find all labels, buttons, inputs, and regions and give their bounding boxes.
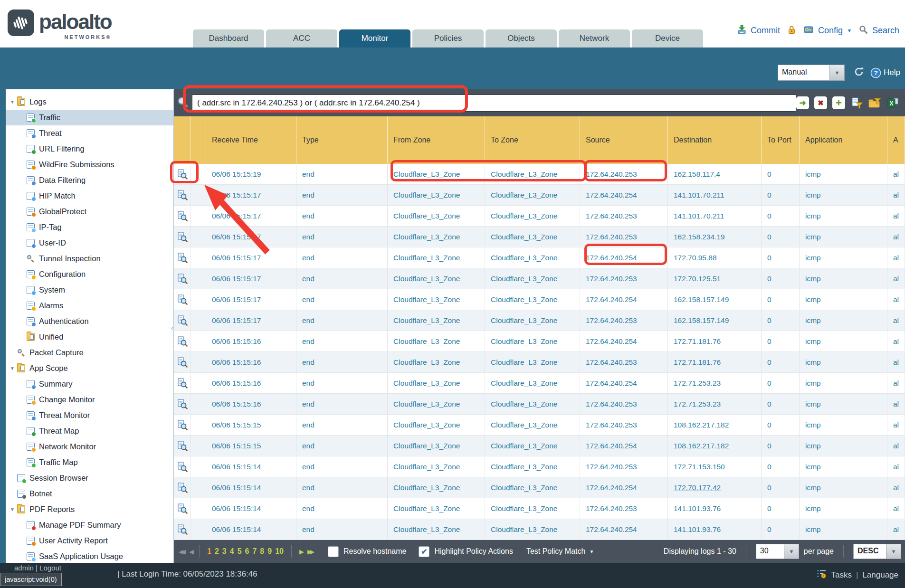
cell-from_zone[interactable]: Cloudflare_L3_Zone <box>388 415 485 435</box>
sidebar-item-summary[interactable]: Summary <box>6 376 173 392</box>
cell-to_zone[interactable]: Cloudflare_L3_Zone <box>485 331 580 351</box>
cell-from_zone[interactable]: Cloudflare_L3_Zone <box>388 373 485 393</box>
cell-application[interactable]: icmp <box>800 185 887 205</box>
cell-to_port[interactable]: 0 <box>762 206 800 226</box>
cell-source[interactable]: 172.64.240.254 <box>580 331 668 351</box>
cell-receive_time[interactable]: 06/06 15:15:16 <box>206 394 296 414</box>
cell-destination[interactable]: 162.158.117.4 <box>668 164 762 184</box>
cell-action[interactable]: al <box>887 436 905 456</box>
cell-destination[interactable]: 172.70.125.51 <box>668 268 762 289</box>
cell-to_zone[interactable]: Cloudflare_L3_Zone <box>485 477 580 498</box>
cell-to_port[interactable]: 0 <box>762 373 800 393</box>
cell-type[interactable]: end <box>296 436 388 456</box>
cell-destination[interactable]: 108.162.217.182 <box>668 415 762 435</box>
cell-action[interactable]: al <box>887 164 905 184</box>
col-header-application[interactable]: Application <box>800 116 887 164</box>
cell-action[interactable]: al <box>887 206 905 226</box>
search-button[interactable]: Search <box>872 26 899 36</box>
cell-to_port[interactable]: 0 <box>762 436 800 456</box>
col-header-receive_time[interactable]: Receive Time <box>206 116 296 164</box>
sidebar-item-hip-match[interactable]: HIP Match <box>6 188 173 204</box>
sidebar-item-authentication[interactable]: Authentication <box>6 313 173 329</box>
cell-to_port[interactable]: 0 <box>762 477 800 498</box>
log-detail-magnifier-icon[interactable] <box>174 268 191 289</box>
tab-acc[interactable]: ACC <box>266 29 337 47</box>
cell-from_zone[interactable]: Cloudflare_L3_Zone <box>388 331 485 351</box>
cell-action[interactable]: al <box>887 415 905 435</box>
log-detail-magnifier-icon[interactable] <box>174 289 191 310</box>
page-number-1[interactable]: 1 <box>207 547 211 556</box>
sort-order-caret-icon[interactable]: ▼ <box>886 544 901 559</box>
export-csv-icon[interactable]: X <box>886 96 899 109</box>
sidebar-item-alarms[interactable]: Alarms <box>6 298 173 313</box>
clear-filter-button[interactable]: ✖ <box>814 96 827 109</box>
cell-to_zone[interactable]: Cloudflare_L3_Zone <box>485 227 580 247</box>
cell-from_zone[interactable]: Cloudflare_L3_Zone <box>388 436 485 456</box>
sort-order-select[interactable]: DESC ▼ <box>853 544 901 559</box>
config-menu[interactable]: Config <box>818 26 843 36</box>
cell-from_zone[interactable]: Cloudflare_L3_Zone <box>388 456 485 477</box>
sidebar-item-app-scope[interactable]: ▼App Scope <box>6 360 173 376</box>
cell-receive_time[interactable]: 06/06 15:15:17 <box>206 206 296 226</box>
log-detail-magnifier-icon[interactable] <box>174 477 191 498</box>
cell-to_zone[interactable]: Cloudflare_L3_Zone <box>485 310 580 331</box>
sidebar-item-manage-pdf-summary[interactable]: Manage PDF Summary <box>6 517 173 533</box>
sidebar-item-session-browser[interactable]: Session Browser <box>6 470 173 486</box>
cell-from_zone[interactable]: Cloudflare_L3_Zone <box>388 268 485 289</box>
sidebar-item-system[interactable]: System <box>6 282 173 298</box>
cell-from_zone[interactable]: Cloudflare_L3_Zone <box>388 227 485 247</box>
sidebar-item-saas-application-usage[interactable]: SaaS Application Usage <box>6 549 173 563</box>
log-detail-magnifier-icon[interactable] <box>174 373 191 393</box>
cell-to_port[interactable]: 0 <box>762 310 800 331</box>
cell-action[interactable]: al <box>887 310 905 331</box>
sidebar-item-botnet[interactable]: Botnet <box>6 486 173 502</box>
cell-application[interactable]: icmp <box>800 498 887 519</box>
log-detail-magnifier-icon[interactable] <box>174 247 191 268</box>
page-number-7[interactable]: 7 <box>252 547 257 556</box>
cell-application[interactable]: icmp <box>800 394 887 414</box>
page-number-5[interactable]: 5 <box>238 547 242 556</box>
cell-from_zone[interactable]: Cloudflare_L3_Zone <box>388 310 485 331</box>
cell-receive_time[interactable]: 06/06 15:15:15 <box>206 415 296 435</box>
sidebar-item-ip-tag[interactable]: IP-Tag <box>6 219 173 235</box>
help-button[interactable]: ? Help <box>870 67 900 78</box>
cell-destination[interactable]: 108.162.217.182 <box>668 436 762 456</box>
tab-monitor[interactable]: Monitor <box>339 29 410 47</box>
col-header-type[interactable]: Type <box>296 116 388 164</box>
cell-destination[interactable]: 172.71.181.76 <box>668 331 762 351</box>
cell-action[interactable]: al <box>887 498 905 519</box>
sidebar-item-threat[interactable]: Threat <box>6 125 173 141</box>
cell-action[interactable]: al <box>887 227 905 247</box>
sidebar-item-threat-map[interactable]: Threat Map <box>6 423 173 439</box>
refresh-mode-select[interactable]: Manual ▼ <box>778 65 845 81</box>
cell-to_port[interactable]: 0 <box>762 185 800 205</box>
cell-destination[interactable]: 162.158.157.149 <box>668 310 762 331</box>
last-page-button[interactable]: ▶▶ <box>307 548 312 555</box>
cell-action[interactable]: al <box>887 477 905 498</box>
tab-dashboard[interactable]: Dashboard <box>193 29 264 47</box>
cell-type[interactable]: end <box>296 289 388 310</box>
sidebar-item-tunnel-inspection[interactable]: Tunnel Inspection <box>6 251 173 266</box>
page-number-2[interactable]: 2 <box>215 547 219 556</box>
cell-to_port[interactable]: 0 <box>762 289 800 310</box>
cell-to_port[interactable]: 0 <box>762 352 800 372</box>
log-detail-magnifier-icon[interactable] <box>174 456 191 477</box>
cell-action[interactable]: al <box>887 268 905 289</box>
cell-from_zone[interactable]: Cloudflare_L3_Zone <box>388 498 485 519</box>
sidebar-item-traffic-map[interactable]: Traffic Map <box>6 455 173 470</box>
log-detail-magnifier-icon[interactable] <box>174 206 191 226</box>
cell-application[interactable]: icmp <box>800 415 887 435</box>
sidebar-item-network-monitor[interactable]: Network Monitor <box>6 439 173 455</box>
cell-type[interactable]: end <box>296 352 388 372</box>
load-filter-folder-button[interactable] <box>868 96 881 109</box>
cell-type[interactable]: end <box>296 477 388 498</box>
cell-receive_time[interactable]: 06/06 15:15:17 <box>206 268 296 289</box>
tree-expander-icon[interactable]: ▼ <box>8 99 17 104</box>
page-number-4[interactable]: 4 <box>230 547 234 556</box>
highlight-policy-actions-checkbox[interactable]: ✔ <box>419 546 429 557</box>
page-number-10[interactable]: 10 <box>275 547 284 556</box>
page-size-select[interactable]: 30 ▼ <box>756 544 799 559</box>
cell-receive_time[interactable]: 06/06 15:15:14 <box>206 477 296 498</box>
sidebar-item-logs[interactable]: ▼Logs <box>6 94 173 110</box>
cell-action[interactable]: al <box>887 519 905 540</box>
